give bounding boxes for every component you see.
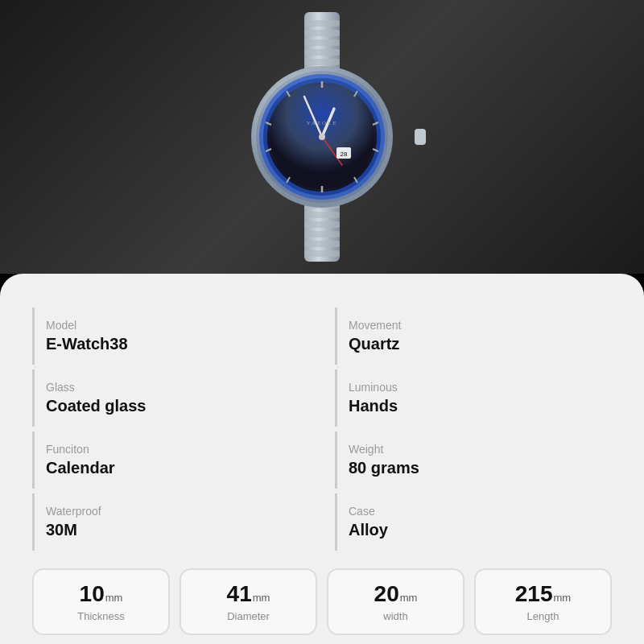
measurement-diameter-value: 41 mm: [227, 581, 270, 607]
spec-item-function: Funciton Calendar: [32, 431, 309, 489]
measurements-row: 10 mm Thickness 41 mm Diameter 20 mm wid…: [32, 568, 612, 635]
spec-item-luminous: Luminous Hands: [335, 369, 612, 427]
measurement-width-value: 20 mm: [374, 581, 418, 607]
spec-item-model: Model E-Watch38: [32, 308, 309, 365]
measurement-length-value: 215 mm: [515, 581, 571, 607]
spec-label-model: Model: [46, 319, 309, 332]
spec-item-movement: Movement Quartz: [335, 308, 612, 365]
spec-label-luminous: Luminous: [349, 381, 612, 394]
watch-illustration: 28 YAZOLE: [217, 12, 427, 262]
measurement-width: 20 mm width: [327, 568, 464, 635]
measurement-thickness: 10 mm Thickness: [32, 568, 170, 635]
svg-rect-14: [415, 129, 426, 145]
svg-rect-5: [304, 59, 340, 65]
spec-label-case: Case: [349, 505, 612, 518]
svg-rect-12: [304, 241, 340, 247]
spec-value-luminous: Hands: [349, 397, 612, 415]
measurement-length-label: Length: [527, 610, 559, 622]
spec-value-waterproof: 30M: [46, 521, 309, 539]
specs-left-column: Model E-Watch38 Glass Coated glass Funci…: [32, 303, 322, 555]
spec-label-glass: Glass: [46, 381, 309, 394]
specs-grid: Model E-Watch38 Glass Coated glass Funci…: [32, 303, 612, 555]
spec-label-function: Funciton: [46, 443, 309, 456]
spec-label-weight: Weight: [349, 443, 612, 456]
spec-item-weight: Weight 80 grams: [335, 431, 612, 489]
spec-value-glass: Coated glass: [46, 397, 309, 415]
spec-value-movement: Quartz: [349, 335, 612, 353]
spec-item-waterproof: Waterproof 30M: [32, 493, 309, 551]
svg-rect-10: [304, 221, 340, 228]
svg-rect-1: [304, 20, 340, 27]
spec-value-weight: 80 grams: [349, 459, 612, 477]
measurement-diameter: 41 mm Diameter: [180, 568, 317, 635]
measurement-length: 215 mm Length: [474, 568, 612, 635]
svg-rect-3: [304, 39, 340, 46]
spec-value-case: Alloy: [349, 521, 612, 539]
svg-rect-4: [304, 49, 340, 56]
svg-text:YAZOLE: YAZOLE: [306, 120, 337, 126]
svg-rect-13: [304, 250, 340, 257]
svg-rect-2: [304, 30, 340, 36]
measurement-thickness-label: Thickness: [77, 610, 125, 622]
spec-label-waterproof: Waterproof: [46, 505, 309, 518]
spec-value-model: E-Watch38: [46, 335, 309, 353]
info-panel: Model E-Watch38 Glass Coated glass Funci…: [0, 274, 644, 644]
spec-label-movement: Movement: [349, 319, 612, 332]
measurement-width-label: width: [383, 610, 407, 622]
svg-rect-11: [304, 231, 340, 237]
watch-image-section: 28 YAZOLE: [0, 0, 644, 274]
spec-value-function: Calendar: [46, 459, 309, 477]
svg-point-33: [319, 134, 325, 140]
svg-text:28: 28: [341, 151, 348, 158]
spec-item-glass: Glass Coated glass: [32, 369, 309, 427]
measurement-diameter-label: Diameter: [227, 610, 270, 622]
spec-item-case: Case Alloy: [335, 493, 612, 551]
specs-right-column: Movement Quartz Luminous Hands Weight 80…: [322, 303, 612, 555]
measurement-thickness-value: 10 mm: [80, 581, 123, 607]
svg-rect-9: [304, 212, 340, 218]
